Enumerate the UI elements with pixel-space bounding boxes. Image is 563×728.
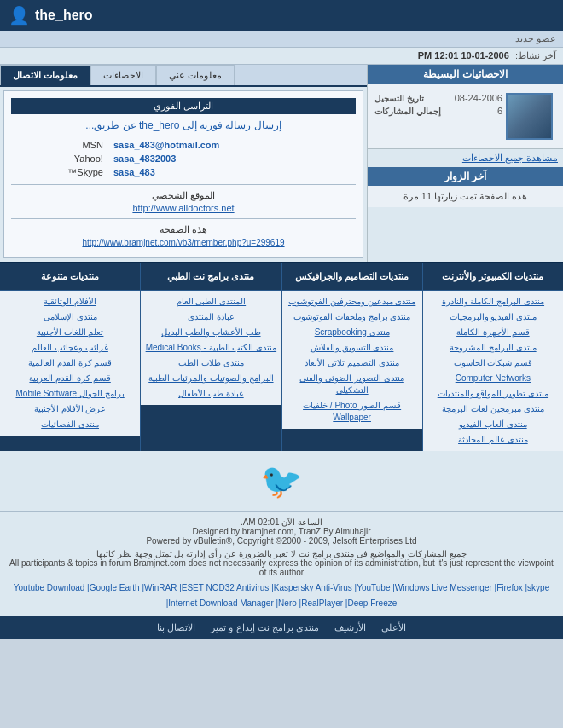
bottom-nav: الاتصال بنامنتدى برامج نت إبداع و تميزال… bbox=[0, 616, 563, 639]
forum-item[interactable]: قسم كرة القدم العالمية bbox=[3, 355, 136, 371]
forum-item[interactable]: منتدى التصميم ثلاثي الأبعاد bbox=[286, 355, 419, 371]
tab-stats[interactable]: الاحصاءات bbox=[90, 65, 156, 85]
forum-category-design: منتديات التصاميم والجرافيكسمنتدى مبدعين … bbox=[282, 263, 422, 451]
forum-item[interactable]: عرض الأفلام الأجنبية bbox=[3, 402, 136, 417]
website-section: الموقع الشخصي http://www.alldoctors.net bbox=[11, 190, 356, 213]
stats-content: 08-24-2006 تاريخ التسجيل 6 إجمالي المشار… bbox=[368, 84, 563, 149]
forum-item[interactable]: منتدى تطوير المواقع والمنتديات bbox=[427, 386, 560, 402]
tab-about[interactable]: معلومات عني bbox=[156, 65, 235, 85]
website-label: الموقع الشخصي bbox=[11, 190, 356, 201]
footer-disclaimer-en: All participants & topics in forum Bramj… bbox=[9, 558, 554, 577]
right-panel: معلومات الاتصال الاحصاءات معلومات عني ال… bbox=[0, 65, 367, 262]
twitter-section: 🐦 bbox=[0, 451, 563, 511]
forum-item[interactable]: منتدى التصوير الضوئي والفني التشكيلي bbox=[286, 371, 419, 398]
forum-item[interactable]: تعلم اللغات الأجنبية bbox=[3, 325, 136, 340]
forum-item[interactable]: غرائب وعجائب العالم bbox=[3, 340, 136, 355]
contact-row: sasa_4832003!Yahoo bbox=[11, 152, 356, 165]
header-username: the_hero bbox=[35, 8, 93, 23]
forum-item[interactable]: عبادة طب الأطفال bbox=[144, 386, 277, 402]
forum-item[interactable]: منتدى برامج وملحقات الفوتوشوب bbox=[286, 309, 419, 325]
footer-time: الساعة الآن 02:01 AM. bbox=[9, 517, 554, 527]
visitor-section-title: آخر الزوار bbox=[368, 167, 563, 186]
forum-item[interactable]: منتدى ألعاب الفيديو bbox=[427, 417, 560, 432]
forum-item[interactable]: منتدى البرامج الكاملة والنادرة bbox=[427, 294, 560, 309]
footer-copyright: Powered by vBulletin®, Copyright ©2000 -… bbox=[9, 536, 554, 546]
twitter-icon: 🐦 bbox=[0, 461, 563, 501]
forum-item[interactable]: قسم الأجهزة الكاملة bbox=[427, 325, 560, 340]
forum-item[interactable]: قسم الصور Photo / خلفيات Wallpaper bbox=[286, 398, 419, 425]
forum-item[interactable]: منتدى عالم المحادثة bbox=[427, 432, 560, 448]
forum-cat-header: منتدى برامج نت الطبي bbox=[141, 263, 281, 291]
contact-value: sasa_483@hotmail.com bbox=[108, 138, 356, 152]
user-icon: 👤 bbox=[9, 5, 30, 26]
member-badge: عضو جديد bbox=[0, 31, 563, 47]
contact-row: sasa_483Skype™ bbox=[11, 165, 356, 179]
visitor-content: هذه الصفحة تمت زيارتها 11 مرة bbox=[368, 186, 563, 207]
forum-item[interactable]: منتدى طلاب الطب bbox=[144, 355, 277, 371]
forum-item[interactable]: Computer Networks bbox=[427, 371, 560, 386]
last-seen-bar: آخر نشاط: 2006-01-10 12:01 PM bbox=[0, 48, 563, 65]
instant-msg-header: التراسل الفوري bbox=[11, 98, 356, 114]
contact-value: sasa_4832003 bbox=[108, 152, 356, 165]
reg-date-row: 08-24-2006 تاريخ التسجيل bbox=[374, 93, 502, 103]
tab-contact[interactable]: معلومات الاتصال bbox=[0, 65, 90, 85]
forum-item[interactable]: الأفلام الوثائقية bbox=[3, 294, 136, 309]
forum-item[interactable]: منتدى الفضائيات bbox=[3, 417, 136, 432]
page-section: هذه الصفحة http://www.bramjnet.com/vb3/m… bbox=[11, 224, 356, 247]
forum-item[interactable]: منتدى البرامج المشروحة bbox=[427, 340, 560, 355]
bottom-nav-item-top[interactable]: الأعلى bbox=[378, 621, 409, 635]
bottom-nav-item-main-forum[interactable]: منتدى برامج نت إبداع و تميز bbox=[207, 621, 322, 635]
website-link[interactable]: http://www.alldoctors.net bbox=[132, 203, 234, 213]
forum-category-misc: منتديات متنوعةالأفلام الوثائقيةمنتدى الإ… bbox=[0, 263, 140, 451]
forum-cat-header: منتديات الكمبيوتر والأنترنت bbox=[423, 263, 563, 291]
forum-item[interactable]: قسم كرة القدم العربية bbox=[3, 371, 136, 386]
forum-grid: منتديات الكمبيوتر والأنترنتمنتدى البرامج… bbox=[0, 262, 563, 451]
forum-item[interactable]: عبادة المنتدى bbox=[144, 309, 277, 325]
forum-category-computer: منتديات الكمبيوتر والأنترنتمنتدى البرامج… bbox=[422, 263, 563, 451]
profile-tabs: معلومات الاتصال الاحصاءات معلومات عني bbox=[0, 65, 367, 87]
forum-item[interactable]: منتدى مبدعين ومحترفين الفوتوشوب bbox=[286, 294, 419, 309]
forum-category-medical: منتدى برامج نت الطبيالمنتدى الطبي العامع… bbox=[140, 263, 281, 451]
footer-designed: Designed by bramjnet.com, TranZ By Almuh… bbox=[9, 527, 554, 536]
view-all-stats-link[interactable]: مشاهدة جميع الاحصاءات bbox=[368, 149, 563, 167]
forum-item[interactable]: منتدى مبرمجين لغات البرمجة bbox=[427, 402, 560, 417]
footer: الساعة الآن 02:01 AM. Designed by bramjn… bbox=[0, 511, 563, 616]
footer-disclaimer-ar: جميع المشاركات والمواضيع في منتدى برامج … bbox=[9, 549, 554, 558]
forum-item[interactable]: طب الأعشاب والطب البديل bbox=[144, 325, 277, 340]
contact-type: MSN bbox=[11, 138, 108, 152]
avatar-image bbox=[508, 95, 551, 138]
avatar bbox=[506, 93, 553, 140]
forum-item[interactable]: منتدى التسويق والفلاش bbox=[286, 340, 419, 355]
contact-value: sasa_483 bbox=[108, 165, 356, 179]
contact-row: sasa_483@hotmail.comMSN bbox=[11, 138, 356, 152]
sidebar: الاحصائيات البسيطة 08-24-2006 تاريخ التس… bbox=[367, 65, 563, 262]
bottom-nav-item-contact-us[interactable]: الاتصال بنا bbox=[154, 621, 199, 635]
contact-type: Skype™ bbox=[11, 165, 108, 179]
contact-info-box: التراسل الفوري إرسال رسالة فورية إلى the… bbox=[3, 90, 363, 258]
forum-item[interactable]: برامج الجوال Mobile Software bbox=[3, 386, 136, 402]
forum-item[interactable]: منتدى الإسلامي bbox=[3, 309, 136, 325]
page-label: هذه الصفحة bbox=[11, 224, 356, 235]
total-posts-row: 6 إجمالي المشاركات bbox=[374, 106, 502, 116]
stats-section-title: الاحصائيات البسيطة bbox=[368, 65, 563, 84]
header: the_hero 👤 bbox=[0, 0, 563, 31]
page-link[interactable]: http://www.bramjnet.com/vb3/member.php?u… bbox=[82, 238, 284, 247]
contact-table: sasa_483@hotmail.comMSNsasa_4832003!Yaho… bbox=[11, 138, 356, 179]
forum-item[interactable]: منتدى Scrapbooking bbox=[286, 325, 419, 340]
forum-cat-header: منتديات التصاميم والجرافيكس bbox=[282, 263, 422, 291]
forum-item[interactable]: البرامج والصوتيات والمرئيات الطبية bbox=[144, 371, 277, 386]
forum-item[interactable]: منتدى الفيديو والبرمجيات bbox=[427, 309, 560, 325]
forum-cat-header: منتديات متنوعة bbox=[0, 263, 140, 291]
forum-item[interactable]: المنتدى الطبي العام bbox=[144, 294, 277, 309]
send-msg-text[interactable]: إرسال رسالة فورية إلى the_hero عن طريق..… bbox=[11, 119, 356, 131]
footer-links: Youtube Download |Google Earth |WinRAR |… bbox=[9, 581, 554, 611]
contact-type: !Yahoo bbox=[11, 152, 108, 165]
forum-item[interactable]: قسم شبكات الحاسوب bbox=[427, 355, 560, 371]
forum-item[interactable]: منتدى الكتب الطبية - Medical Books bbox=[144, 340, 277, 355]
bottom-nav-item-archive[interactable]: الأرشيف bbox=[331, 621, 369, 635]
